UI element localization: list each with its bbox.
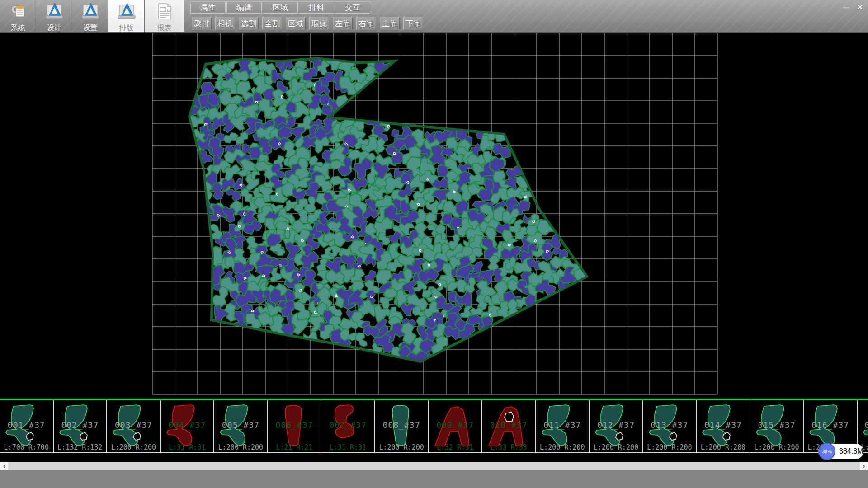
nested-hide-drawing (0, 0, 868, 399)
piece-lr-count: L:200 R:200 (214, 443, 267, 451)
piece-label: 008_#37 (375, 420, 428, 430)
piece-label: 003_#37 (107, 420, 160, 430)
piece-lr-count: L:200 R:200 (107, 443, 160, 451)
app-window: 系统 设计 设置 排版 报表 属性编辑区域排料交互 聚排相机选割全割区域瑕疵左靠… (0, 0, 868, 488)
progress-badge: 38% (818, 443, 835, 460)
piece-lr-count: L:200 R:200 (375, 443, 428, 451)
piece-label: 009_#37 (429, 420, 481, 430)
piece-label: 013_#37 (643, 420, 696, 430)
piece-thumbnail-9[interactable]: 009_#37L:32 R:31 (428, 400, 481, 453)
piece-thumbnail-8[interactable]: 008_#37L:200 R:200 (374, 400, 428, 453)
scroll-left-button[interactable]: ‹ (0, 462, 8, 470)
memory-status-pill: 38% 384.8M (819, 444, 863, 459)
piece-thumbnail-2[interactable]: 002_#37L:132 R:132 (53, 400, 107, 453)
piece-lr-count: L:200 R:200 (697, 443, 750, 451)
piece-lr-count: L:200 R:200 (750, 443, 803, 451)
piece-label: 001_#37 (0, 420, 53, 430)
piece-lr-count: L:200 R:200 (536, 443, 589, 451)
piece-thumbnail-14[interactable]: 014_#37L:200 R:200 (696, 400, 750, 453)
piece-label: 004_#37 (161, 420, 214, 430)
horizontal-scrollbar[interactable]: ‹ › (0, 462, 868, 470)
piece-label: 014_#37 (697, 420, 750, 430)
piece-thumbnail-3[interactable]: 003_#37L:200 R:200 (106, 400, 160, 453)
piece-thumbnail-4[interactable]: 004_#37L:31 R:31 (160, 400, 214, 453)
piece-thumbnail-strip: 001_#37L:700 R:700 002_#37L:132 R:132 00… (0, 399, 868, 454)
piece-lr-count: L:21 R:21 (268, 443, 321, 451)
piece-label: 006_#37 (268, 420, 321, 430)
piece-label: 015_#37 (750, 420, 803, 430)
piece-lr-count: L:200 R:200 (643, 443, 696, 451)
piece-thumbnail-7[interactable]: 007_#37L:31 R:31 (321, 400, 374, 453)
piece-thumbnail-11[interactable]: 011_#37L:200 R:200 (535, 400, 589, 453)
nesting-canvas[interactable] (0, 33, 868, 399)
piece-thumbnail-15[interactable]: 015_#37L:200 R:200 (750, 400, 803, 453)
piece-label: 007_#37 (321, 420, 374, 430)
piece-lr-count: L:200 R:200 (590, 443, 642, 451)
memory-value: 384.8M (839, 447, 863, 455)
piece-label: 017_#37 (858, 420, 868, 430)
piece-thumbnail-12[interactable]: 012_#37L:200 R:200 (589, 400, 642, 453)
piece-label: 012_#37 (590, 420, 642, 430)
piece-lr-count: L:132 R:132 (54, 443, 107, 451)
piece-lr-count: L:700 R:700 (0, 443, 53, 451)
scroll-right-button[interactable]: › (860, 462, 868, 470)
piece-lr-count: L:31 R:31 (161, 443, 214, 451)
piece-label: 005_#37 (214, 420, 267, 430)
piece-lr-count: L:31 R:31 (321, 443, 374, 451)
piece-label: 002_#37 (54, 420, 107, 430)
piece-thumbnail-6[interactable]: 006_#37L:21 R:21 (267, 400, 321, 453)
status-footer (0, 470, 868, 488)
piece-thumbnail-5[interactable]: 005_#37L:200 R:200 (213, 400, 267, 453)
piece-label: 016_#37 (804, 420, 857, 430)
piece-thumbnail-13[interactable]: 013_#37L:200 R:200 (642, 400, 696, 453)
piece-lr-count: L:33 R:33 (482, 443, 535, 451)
piece-label: 011_#37 (536, 420, 589, 430)
piece-thumbnail-10[interactable]: 010_#37L:33 R:33 (481, 400, 535, 453)
piece-label: 010_#37 (482, 420, 535, 430)
piece-lr-count: L:32 R:31 (429, 443, 481, 451)
piece-thumbnail-1[interactable]: 001_#37L:700 R:700 (0, 400, 53, 453)
